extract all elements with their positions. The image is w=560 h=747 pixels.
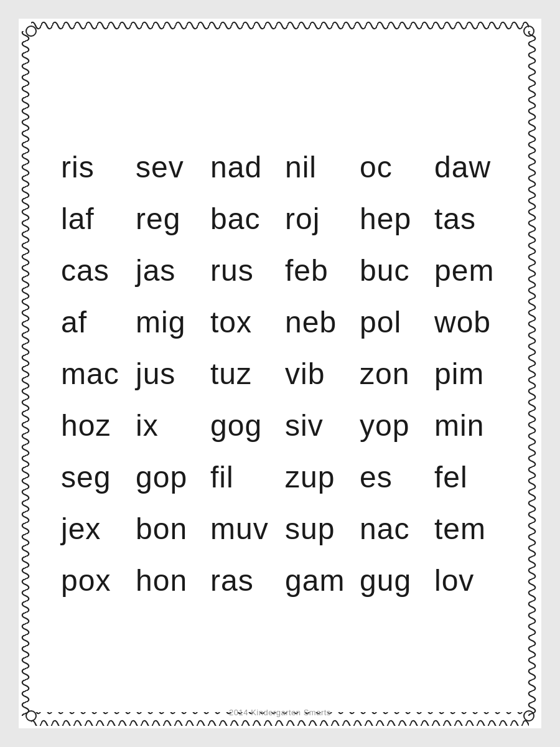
word-cell: tox — [205, 296, 280, 348]
word-cell: pem — [429, 245, 504, 296]
word-cell: mac — [56, 348, 131, 400]
word-cell: gog — [205, 400, 280, 451]
word-cell: af — [56, 296, 131, 348]
word-cell: zon — [355, 348, 429, 400]
word-cell: sev — [131, 141, 205, 193]
word-cell: pim — [429, 348, 504, 400]
word-cell: gug — [355, 555, 429, 606]
word-cell: daw — [429, 141, 504, 193]
word-cell: jex — [56, 503, 131, 555]
word-cell: siv — [280, 400, 355, 451]
word-cell: ris — [56, 141, 131, 193]
word-cell: hep — [355, 193, 429, 245]
word-cell: sup — [280, 503, 355, 555]
word-cell: bon — [131, 503, 205, 555]
word-cell: oc — [355, 141, 429, 193]
word-cell: laf — [56, 193, 131, 245]
word-cell: ras — [205, 555, 280, 606]
word-cell: nac — [355, 503, 429, 555]
footer-text: 2014 Kindergarten Smarts — [19, 708, 541, 717]
word-cell: jas — [131, 245, 205, 296]
word-cell: reg — [131, 193, 205, 245]
word-cell: mig — [131, 296, 205, 348]
word-cell: pol — [355, 296, 429, 348]
word-cell: fel — [429, 451, 504, 503]
word-cell: wob — [429, 296, 504, 348]
svg-rect-3 — [525, 31, 539, 716]
word-cell: neb — [280, 296, 355, 348]
svg-point-5 — [524, 26, 534, 36]
word-cell: gop — [131, 451, 205, 503]
svg-rect-0 — [31, 21, 529, 35]
word-cell: tuz — [205, 348, 280, 400]
word-cell: rus — [205, 245, 280, 296]
word-cell: roj — [280, 193, 355, 245]
page-container: rissevnadnilocdawlafregbacrojheptascasja… — [19, 19, 541, 728]
word-cell: pox — [56, 555, 131, 606]
word-cell: cas — [56, 245, 131, 296]
word-cell: ix — [131, 400, 205, 451]
svg-point-4 — [26, 26, 36, 36]
word-cell: zup — [280, 451, 355, 503]
svg-rect-2 — [21, 31, 35, 716]
word-cell: jus — [131, 348, 205, 400]
word-cell: nad — [205, 141, 280, 193]
word-cell: es — [355, 451, 429, 503]
word-cell: bac — [205, 193, 280, 245]
word-cell: tas — [429, 193, 504, 245]
word-cell: yop — [355, 400, 429, 451]
word-cell: tem — [429, 503, 504, 555]
word-cell: min — [429, 400, 504, 451]
word-cell: hoz — [56, 400, 131, 451]
word-cell: buc — [355, 245, 429, 296]
word-cell: gam — [280, 555, 355, 606]
word-cell: nil — [280, 141, 355, 193]
word-cell: seg — [56, 451, 131, 503]
word-cell: lov — [429, 555, 504, 606]
word-cell: feb — [280, 245, 355, 296]
word-grid: rissevnadnilocdawlafregbacrojheptascasja… — [37, 129, 523, 619]
word-cell: fil — [205, 451, 280, 503]
word-cell: vib — [280, 348, 355, 400]
word-cell: muv — [205, 503, 280, 555]
word-cell: hon — [131, 555, 205, 606]
